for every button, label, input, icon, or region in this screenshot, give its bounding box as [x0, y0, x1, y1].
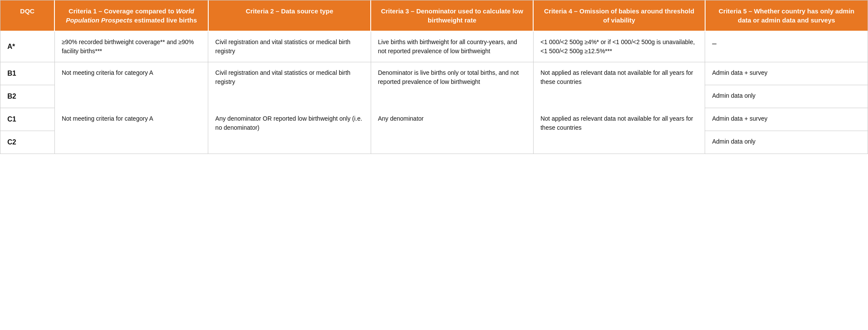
header-criteria3: Criteria 3 – Denominator used to calcula… — [371, 0, 533, 31]
row-c-criteria1: Not meeting criteria for category A — [54, 108, 208, 154]
main-table-container: DQC Criteria 1 – Coverage compared to Wo… — [0, 0, 868, 154]
row-c2-criteria5: Admin data only — [705, 131, 868, 154]
row-b1-criteria5: Admin data + survey — [705, 62, 868, 85]
row-c-criteria4: Not applied as relevant data not availab… — [533, 108, 705, 154]
row-b-criteria3: Denominator is live births only or total… — [371, 62, 533, 108]
row-a-criteria4: <1 000/<2 500g ≥4%* or if <1 000/<2 500g… — [533, 31, 705, 62]
row-a-criteria1: ≥90% recorded birthweight coverage** and… — [54, 31, 208, 62]
row-a-criteria2: Civil registration and vital statistics … — [208, 31, 371, 62]
row-c1: C1 Not meeting criteria for category A A… — [0, 108, 868, 131]
row-a-criteria3: Live births with birthweight for all cou… — [371, 31, 533, 62]
header-dqc: DQC — [0, 0, 54, 31]
row-c-criteria3: Any denominator — [371, 108, 533, 154]
row-c-criteria2: Any denominator OR reported low birthwei… — [208, 108, 371, 154]
header-criteria2: Criteria 2 – Data source type — [208, 0, 371, 31]
dqc-b2: B2 — [0, 85, 54, 108]
dqc-c2: C2 — [0, 131, 54, 154]
row-a-criteria5: – — [705, 31, 868, 62]
row-b-criteria4: Not applied as relevant data not availab… — [533, 62, 705, 108]
dqc-b1: B1 — [0, 62, 54, 85]
header-criteria4: Criteria 4 – Omission of babies around t… — [533, 0, 705, 31]
row-c1-criteria5: Admin data + survey — [705, 108, 868, 131]
row-b-criteria2: Civil registration and vital statistics … — [208, 62, 371, 108]
row-a: A* ≥90% recorded birthweight coverage** … — [0, 31, 868, 62]
header-criteria1: Criteria 1 – Coverage compared to World … — [54, 0, 208, 31]
dqc-c1: C1 — [0, 108, 54, 131]
row-b2-criteria5: Admin data only — [705, 85, 868, 108]
dqc-a: A* — [0, 31, 54, 62]
criteria-table: DQC Criteria 1 – Coverage compared to Wo… — [0, 0, 868, 154]
header-row: DQC Criteria 1 – Coverage compared to Wo… — [0, 0, 868, 31]
row-b-criteria1: Not meeting criteria for category A — [54, 62, 208, 108]
row-b1: B1 Not meeting criteria for category A C… — [0, 62, 868, 85]
header-criteria5: Criteria 5 – Whether country has only ad… — [705, 0, 868, 31]
